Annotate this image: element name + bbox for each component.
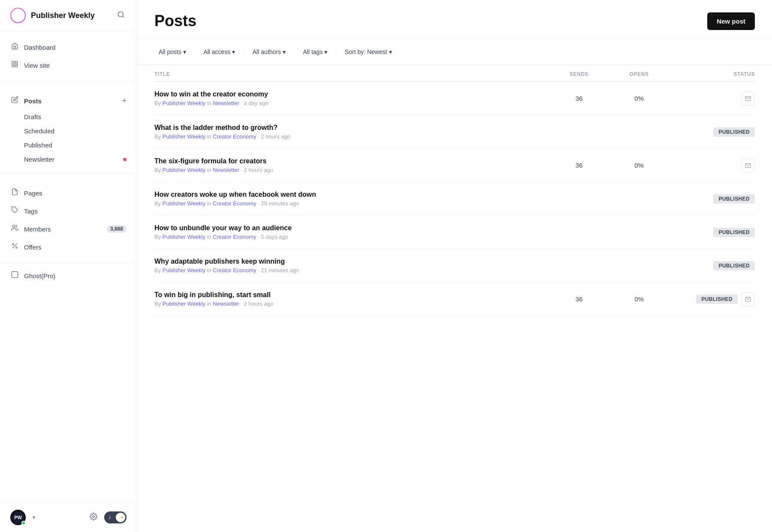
sidebar-item-posts[interactable]: Posts + xyxy=(0,92,137,110)
col-header-sends: Sends xyxy=(549,71,609,77)
post-author: Publisher Weekly xyxy=(163,234,205,240)
svg-rect-3 xyxy=(15,61,17,63)
chevron-down-icon: ▾ xyxy=(283,48,286,55)
pages-label: Pages xyxy=(24,189,42,197)
svg-point-7 xyxy=(12,225,15,228)
drafts-label: Drafts xyxy=(24,113,41,120)
post-status-cell xyxy=(669,159,755,172)
post-meta: By Publisher Weekly in Creator Economy ·… xyxy=(154,234,549,240)
theme-toggle[interactable]: ☽ ✦ xyxy=(104,511,127,523)
chevron-down-icon: ▾ xyxy=(389,48,392,55)
post-tag: Newsletter xyxy=(213,167,239,173)
sun-icon: ✦ xyxy=(120,515,124,520)
table-row[interactable]: How creators woke up when facebook went … xyxy=(154,182,755,216)
post-info: The six-figure formula for creators By P… xyxy=(154,157,549,173)
sidebar-item-dashboard[interactable]: Dashboard xyxy=(0,38,137,56)
post-meta: By Publisher Weekly in Creator Economy ·… xyxy=(154,267,549,274)
chevron-down-icon: ▾ xyxy=(324,48,327,55)
filter-separator-4: · xyxy=(335,48,337,56)
status-badge: PUBLISHED xyxy=(713,194,755,204)
post-status-cell: PUBLISHED xyxy=(669,127,755,137)
col-header-title: Title xyxy=(154,71,549,77)
post-tag: Creator Economy xyxy=(213,133,256,140)
scheduled-label: Scheduled xyxy=(24,127,54,135)
sidebar-item-members[interactable]: Members 3,868 xyxy=(0,220,137,238)
table-row[interactable]: How to win at the creator economy By Pub… xyxy=(154,82,755,115)
email-icon xyxy=(741,159,755,172)
post-opens: 0% xyxy=(609,295,669,303)
settings-button[interactable] xyxy=(90,513,97,523)
post-tag: Creator Economy xyxy=(213,267,256,274)
table-row[interactable]: How to unbundle your way to an audience … xyxy=(154,216,755,249)
post-meta: By Publisher Weekly in Creator Economy ·… xyxy=(154,133,549,140)
post-title: To win big in publishing, start small xyxy=(154,291,549,299)
sidebar-item-drafts[interactable]: Drafts xyxy=(24,110,137,124)
posts-table: Title Sends Opens Status How to win at t… xyxy=(137,65,772,532)
posts-nav-section: Posts + Drafts Scheduled Published Newsl… xyxy=(0,85,137,170)
svg-line-1 xyxy=(122,16,124,17)
sidebar-item-ghost-pro[interactable]: Ghost(Pro) xyxy=(0,267,137,285)
published-label: Published xyxy=(24,141,52,149)
sidebar-item-newsletter[interactable]: Newsletter xyxy=(24,152,137,166)
posts-icon xyxy=(10,96,19,105)
new-post-button[interactable]: New post xyxy=(707,12,755,30)
post-title: What is the ladder method to growth? xyxy=(154,124,549,132)
sidebar-header: Publisher Weekly xyxy=(0,0,137,31)
post-sends: 36 xyxy=(549,95,609,102)
post-title: The six-figure formula for creators xyxy=(154,157,549,165)
post-author: Publisher Weekly xyxy=(163,267,205,274)
table-row[interactable]: The six-figure formula for creators By P… xyxy=(154,149,755,182)
sidebar-item-posts-label: Posts xyxy=(24,97,42,105)
filter-separator-2: · xyxy=(243,48,244,56)
post-tag: Creator Economy xyxy=(213,200,256,207)
brand: Publisher Weekly xyxy=(10,8,95,23)
post-sends: 36 xyxy=(549,162,609,169)
table-row[interactable]: To win big in publishing, start small By… xyxy=(154,283,755,316)
post-opens: 0% xyxy=(609,162,669,169)
post-author: Publisher Weekly xyxy=(163,200,205,207)
svg-rect-5 xyxy=(12,65,14,67)
nav-divider-2 xyxy=(0,173,137,174)
filter-separator-1: · xyxy=(194,48,196,56)
other-nav-section: Pages Tags Members 3,868 xyxy=(0,177,137,259)
table-row[interactable]: Why adaptable publishers keep winning By… xyxy=(154,249,755,283)
status-badge: PUBLISHED xyxy=(713,261,755,271)
all-posts-filter[interactable]: All posts ▾ xyxy=(154,46,190,58)
post-status-cell: PUBLISHED xyxy=(669,228,755,237)
post-author: Publisher Weekly xyxy=(163,167,205,173)
nav-section: Dashboard View site xyxy=(0,31,137,78)
offers-icon xyxy=(10,242,19,252)
sidebar-item-dashboard-label: Dashboard xyxy=(24,44,55,51)
sidebar-item-offers[interactable]: Offers xyxy=(0,238,137,256)
add-post-button[interactable]: + xyxy=(122,96,127,105)
all-access-filter[interactable]: All access ▾ xyxy=(199,46,239,58)
table-header: Title Sends Opens Status xyxy=(154,65,755,82)
sidebar-item-pages[interactable]: Pages xyxy=(0,184,137,202)
posts-sub-nav: Drafts Scheduled Published Newsletter xyxy=(0,110,137,166)
sidebar-item-tags[interactable]: Tags xyxy=(0,202,137,220)
table-row[interactable]: What is the ladder method to growth? By … xyxy=(154,115,755,149)
status-badge: PUBLISHED xyxy=(713,127,755,137)
account-chevron-icon[interactable]: ▾ xyxy=(33,514,35,520)
moon-icon: ☽ xyxy=(107,515,111,520)
post-author: Publisher Weekly xyxy=(163,100,205,106)
avatar[interactable]: PW xyxy=(10,510,26,525)
all-tags-filter[interactable]: All tags ▾ xyxy=(299,46,332,58)
sidebar-item-view-site-label: View site xyxy=(24,62,50,69)
search-button[interactable] xyxy=(115,9,127,22)
home-icon xyxy=(10,42,19,52)
post-title: How to unbundle your way to an audience xyxy=(154,224,549,232)
sidebar-item-published[interactable]: Published xyxy=(24,138,137,152)
svg-line-8 xyxy=(12,244,17,248)
post-opens: 0% xyxy=(609,95,669,102)
post-author: Publisher Weekly xyxy=(163,133,205,140)
sort-filter[interactable]: Sort by: Newest ▾ xyxy=(341,46,396,58)
sidebar-item-scheduled[interactable]: Scheduled xyxy=(24,124,137,138)
post-title: How creators woke up when facebook went … xyxy=(154,191,549,198)
all-authors-filter[interactable]: All authors ▾ xyxy=(248,46,290,58)
sidebar-item-view-site[interactable]: View site xyxy=(0,56,137,74)
svg-rect-2 xyxy=(12,61,14,63)
post-sends: 36 xyxy=(549,295,609,303)
post-meta: By Publisher Weekly in Newsletter · 2 ho… xyxy=(154,301,549,307)
post-status-cell xyxy=(669,92,755,105)
